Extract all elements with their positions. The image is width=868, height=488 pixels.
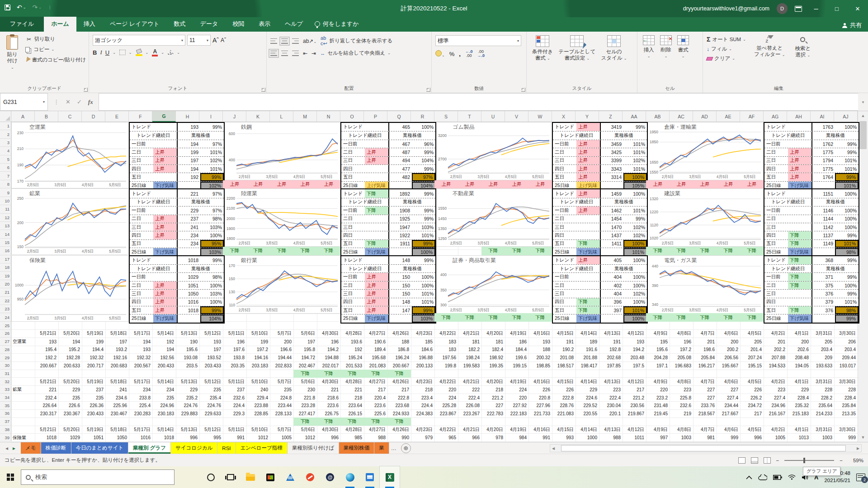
column-header-C[interactable]: C — [58, 111, 82, 122]
day-status-cell[interactable] — [788, 140, 811, 148]
row-header-22[interactable]: 22 — [0, 297, 11, 305]
day-percent-cell[interactable]: 99% — [200, 306, 224, 314]
value-cell[interactable]: 201.08 — [552, 354, 576, 362]
value-cell[interactable]: 218.6 — [317, 394, 340, 402]
trend-strip-cell[interactable]: 上昇 — [246, 180, 270, 188]
date-cell[interactable]: 5月12日 — [199, 426, 223, 434]
number-dialog-launcher[interactable] — [521, 88, 525, 92]
value-cell[interactable]: 228 — [811, 386, 834, 394]
trend-separator-cell[interactable]: 下降 — [387, 370, 411, 378]
trend-status-cell[interactable] — [788, 123, 811, 131]
value-cell[interactable]: 221.733 — [528, 410, 552, 418]
value-cell[interactable]: 201.533 — [340, 361, 364, 370]
value-cell[interactable]: 200.633 — [58, 361, 82, 370]
date-cell[interactable]: 4月23日 — [411, 378, 434, 386]
column-header-U[interactable]: U — [481, 111, 505, 122]
day-status-cell[interactable]: 下降 — [576, 306, 600, 314]
value-cell[interactable]: 224.383 — [411, 410, 434, 418]
day-percent-cell[interactable]: 100% — [835, 282, 859, 289]
value-cell[interactable]: 200.667 — [35, 361, 58, 370]
date-cell[interactable]: 4月15日 — [552, 378, 576, 386]
date-cell[interactable]: 5月6日 — [293, 378, 317, 386]
industry-chart[interactable]: 6004002月5日3月5日4月5日5月5日鉄鋼 — [223, 122, 340, 180]
bold-button[interactable]: B — [93, 49, 97, 56]
wrap-text-button[interactable]: abc↩折り返して全体を表示する — [321, 35, 392, 47]
value-cell[interactable]: 213.35 — [834, 410, 858, 418]
find-select-button[interactable]: 検索と選択 ⌄ — [792, 33, 813, 62]
value-cell[interactable]: 200.567 — [129, 361, 152, 370]
day-value-cell[interactable]: 402 — [600, 282, 623, 289]
trend-strip-cell[interactable]: 下降 — [717, 247, 740, 255]
day-percent-cell[interactable]: 99% — [412, 306, 435, 314]
value-cell[interactable]: 231.48 — [646, 402, 670, 410]
edge-button[interactable] — [340, 466, 360, 488]
day-status-cell[interactable]: 上昇 — [365, 273, 388, 281]
value-cell[interactable]: 181 — [481, 338, 505, 346]
industry-chart[interactable]: 2502001502月5日3月5日4月5日5月5日鉱業 — [11, 188, 129, 255]
day-percent-cell[interactable]: 100% — [412, 273, 435, 281]
format-cells-button[interactable]: 書式⌄ — [675, 33, 692, 61]
value-cell[interactable]: 984 — [505, 434, 528, 442]
sort-filter-button[interactable]: A↓Z 並べ替えとフィルター ⌄ — [751, 33, 788, 62]
value-cell[interactable]: 221 — [340, 386, 364, 394]
column-header-F[interactable]: F — [129, 111, 152, 122]
trend-separator-cell[interactable]: 下降 — [340, 418, 364, 426]
value-cell[interactable]: 204.28 — [646, 354, 670, 362]
day-percent-cell[interactable]: 103% — [200, 223, 224, 231]
trend-value-cell[interactable]: 405 — [600, 256, 623, 264]
day-status-cell[interactable]: 上昇 — [365, 148, 388, 156]
value-cell[interactable]: 193 — [129, 346, 152, 354]
trend-value-cell[interactable]: 221 — [177, 189, 200, 197]
value-cell[interactable]: 207.24 — [740, 354, 764, 362]
zoom-in-button[interactable]: − — [840, 458, 843, 463]
date-cell[interactable]: 4月30日 — [317, 330, 340, 338]
day-percent-cell[interactable]: 101% — [412, 298, 435, 306]
day-value-cell[interactable]: 3425 — [600, 148, 623, 156]
value-cell[interactable]: 185 — [411, 338, 434, 346]
day-value-cell[interactable]: 1764 — [811, 173, 835, 181]
value-cell[interactable]: 235.84 — [834, 402, 858, 410]
date-cell[interactable]: 5月10日 — [246, 378, 270, 386]
increase-indent-button[interactable]: ⇥ — [311, 50, 316, 56]
value-cell[interactable]: 1012 — [246, 434, 270, 442]
day-value-cell[interactable]: 197 — [177, 157, 200, 164]
trend-strip-cell[interactable]: 下降 — [670, 313, 693, 321]
day-status-cell[interactable] — [365, 231, 388, 239]
trend-strip-cell[interactable]: 下降 — [434, 313, 458, 321]
value-cell[interactable]: 202.467 — [293, 361, 317, 370]
date-cell[interactable]: 4月20日 — [481, 426, 505, 434]
value-cell[interactable]: 222.8 — [387, 394, 411, 402]
trend-strip-cell[interactable]: 上昇 — [740, 180, 764, 188]
value-cell[interactable]: 225.6 — [364, 410, 387, 418]
day-percent-cell[interactable]: 99% — [412, 215, 435, 223]
value-cell[interactable]: 217 — [623, 386, 646, 394]
day-percent-cell[interactable]: 101% — [623, 165, 647, 173]
row-header-20[interactable]: 20 — [0, 280, 11, 288]
day-value-cell[interactable]: 482 — [388, 173, 412, 181]
date-cell[interactable]: 5月19日 — [82, 378, 105, 386]
date-cell[interactable]: 4月2日 — [764, 378, 787, 386]
day-percent-cell[interactable]: 99% — [623, 215, 647, 223]
value-cell[interactable]: 224.933 — [387, 410, 411, 418]
day-value-cell[interactable]: 1794 — [811, 157, 835, 164]
date-cell[interactable]: 4月6日 — [717, 330, 740, 338]
date-cell[interactable]: 5月17日 — [129, 330, 152, 338]
date-cell[interactable]: 4月16日 — [528, 378, 552, 386]
column-header-AG[interactable]: AG — [764, 111, 787, 122]
value-cell[interactable]: 200.717 — [82, 361, 105, 370]
value-cell[interactable]: 230.56 — [623, 402, 646, 410]
date-cell[interactable]: 4月27日 — [364, 330, 387, 338]
trend-percent-cell[interactable]: 99% — [412, 256, 435, 264]
industry-chart[interactable]: 1701501301102月5日3月5日4月5日5月5日銀行業 — [223, 255, 340, 314]
value-cell[interactable]: 228.133 — [270, 410, 293, 418]
borders-button[interactable]: ⌄ — [119, 50, 132, 55]
cut-button[interactable]: ✂切り取り — [24, 35, 87, 43]
value-cell[interactable]: 192 — [340, 346, 364, 354]
value-cell[interactable]: 205 — [811, 338, 834, 346]
share-button[interactable]: 共有 — [842, 21, 862, 29]
value-cell[interactable]: 235 — [82, 394, 105, 402]
phonetic-guide-button[interactable]: ふ⌄ — [168, 48, 180, 56]
day-status-cell[interactable]: 下降 — [576, 298, 600, 306]
value-cell[interactable]: 996 — [176, 434, 199, 442]
trend-strip-cell[interactable]: 上昇 — [528, 180, 552, 188]
